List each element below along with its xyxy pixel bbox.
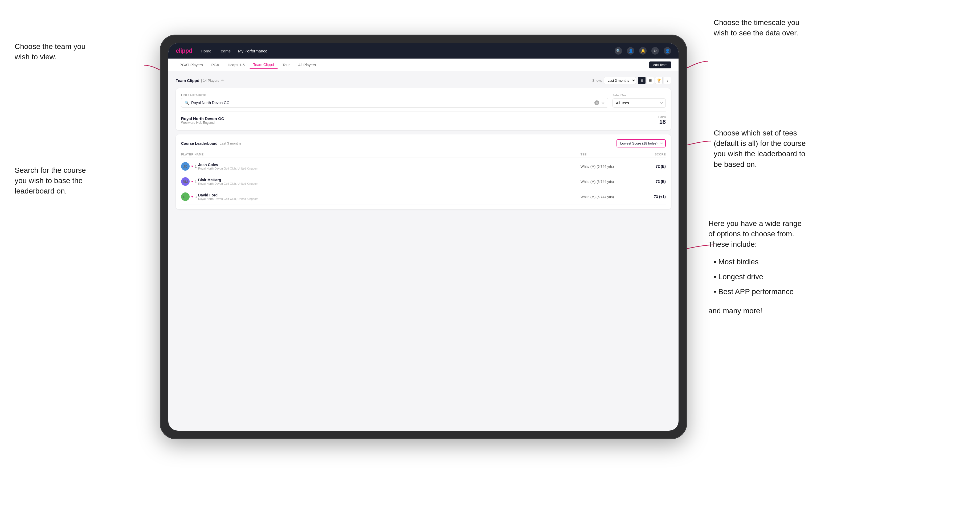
nav-home[interactable]: Home bbox=[201, 49, 212, 53]
holes-box: Holes 18 bbox=[658, 115, 666, 125]
sec-nav-pga[interactable]: PGA bbox=[207, 61, 223, 69]
heart-icon-3[interactable]: ♥ bbox=[191, 195, 193, 198]
annotation-top-right: Choose the timescale you wish to see the… bbox=[714, 17, 799, 38]
leaderboard-subtitle: Last 3 months bbox=[220, 141, 242, 145]
leaderboard-title: Course Leaderboard, bbox=[181, 141, 219, 146]
show-select[interactable]: Last 3 months bbox=[604, 77, 636, 84]
player-tee-1: White (M) (6,744 yds) bbox=[581, 165, 634, 168]
col-header-player: PLAYER NAME bbox=[181, 153, 581, 156]
sec-nav-pgat[interactable]: PGAT Players bbox=[176, 61, 206, 69]
bell-icon[interactable]: 🔔 bbox=[639, 47, 647, 55]
course-result-row: Royal North Devon GC Westward Ho!, Engla… bbox=[181, 111, 666, 125]
leaderboard-row-1: JC ♥ 1 Josh Coles Royal North Devon Golf… bbox=[181, 159, 666, 174]
settings-icon[interactable]: ⚙ bbox=[651, 47, 659, 55]
leaderboard-card: Course Leaderboard, Last 3 months Lowest… bbox=[176, 135, 671, 209]
player-score-3: 73 (+1) bbox=[634, 195, 666, 199]
course-name: Royal North Devon GC bbox=[181, 116, 658, 121]
clear-search-button[interactable]: ✕ bbox=[594, 100, 599, 105]
leaderboard-header-row: Course Leaderboard, Last 3 months Lowest… bbox=[181, 139, 666, 148]
heart-icon-1[interactable]: ♥ bbox=[191, 165, 193, 168]
team-player-count: | 14 Players bbox=[201, 78, 219, 83]
sec-nav-tour[interactable]: Tour bbox=[279, 61, 293, 69]
player-avatar-jc: JC bbox=[181, 162, 189, 171]
sec-nav-hcaps[interactable]: Hcaps 1-5 bbox=[224, 61, 248, 69]
leaderboard-row-3: DF ♥ 3 David Ford Royal North Devon Golf… bbox=[181, 189, 666, 205]
annotation-bottom-right: Here you have a wide range of options to… bbox=[708, 218, 802, 316]
player-avatar-bm: BM bbox=[181, 177, 189, 186]
app-logo: clippd bbox=[176, 48, 192, 54]
tee-select[interactable]: All Tees White Yellow Red bbox=[612, 98, 666, 108]
player-name-3: David Ford bbox=[198, 193, 581, 197]
rank-num-1: 1 bbox=[195, 165, 197, 168]
profile-icon[interactable]: 👤 bbox=[663, 47, 671, 55]
holes-value: 18 bbox=[658, 119, 666, 125]
leaderboard-table-header: PLAYER NAME TEE SCORE bbox=[181, 151, 666, 158]
course-search-input[interactable] bbox=[191, 101, 592, 105]
player-tee-3: White (M) (6,744 yds) bbox=[581, 195, 634, 199]
nav-links: Home Teams My Performance bbox=[201, 49, 615, 53]
trophy-view-button[interactable]: 🏆 bbox=[655, 77, 663, 84]
sec-nav-team-clippd[interactable]: Team Clippd bbox=[250, 61, 278, 69]
main-content: Team Clippd | 14 Players ✏ Show: Last 3 … bbox=[168, 71, 679, 431]
secondary-nav: PGAT Players PGA Hcaps 1-5 Team Clippd T… bbox=[168, 59, 679, 71]
annotation-middle-left: Search for the course you wish to base t… bbox=[14, 165, 86, 197]
player-club-3: Royal North Devon Golf Club, United King… bbox=[198, 197, 581, 200]
course-search-input-wrap: 🔍 ✕ ☆ bbox=[181, 98, 608, 108]
player-tee-2: White (M) (6,744 yds) bbox=[581, 179, 634, 184]
sec-nav-all-players[interactable]: All Players bbox=[294, 61, 320, 69]
course-search-card: Find a Golf Course 🔍 ✕ ☆ Select Tee bbox=[176, 88, 671, 130]
nav-teams[interactable]: Teams bbox=[219, 49, 231, 53]
player-avatar-df: DF bbox=[181, 192, 189, 201]
course-result-info: Royal North Devon GC Westward Ho!, Engla… bbox=[181, 116, 658, 125]
tablet-screen: clippd Home Teams My Performance 🔍 👤 🔔 ⚙… bbox=[168, 43, 679, 431]
player-name-2: Blair McHarg bbox=[198, 178, 581, 182]
team-header-row: Team Clippd | 14 Players ✏ Show: Last 3 … bbox=[176, 77, 671, 84]
course-location: Westward Ho!, England bbox=[181, 121, 658, 125]
view-icons: ⊞ ☰ 🏆 ↓ bbox=[638, 77, 671, 84]
player-club-2: Royal North Devon Golf Club, United King… bbox=[198, 182, 581, 185]
player-club-1: Royal North Devon Golf Club, United King… bbox=[198, 167, 581, 170]
nav-my-performance[interactable]: My Performance bbox=[238, 49, 267, 53]
edit-icon[interactable]: ✏ bbox=[221, 78, 224, 83]
score-type-select[interactable]: Lowest Score (18 holes) Most Birdies Lon… bbox=[616, 139, 666, 148]
player-info-3: David Ford Royal North Devon Golf Club, … bbox=[197, 193, 581, 200]
rank-num-2: 1 bbox=[195, 179, 197, 184]
annotation-top-left: Choose the team you wish to view. bbox=[14, 41, 86, 62]
rank-num-3: 3 bbox=[195, 195, 197, 199]
holes-label: Holes bbox=[658, 115, 666, 119]
app-container: clippd Home Teams My Performance 🔍 👤 🔔 ⚙… bbox=[168, 43, 679, 431]
find-course-label: Find a Golf Course bbox=[181, 93, 608, 96]
star-button[interactable]: ☆ bbox=[601, 101, 605, 105]
player-name-1: Josh Coles bbox=[198, 163, 581, 167]
nav-icons: 🔍 👤 🔔 ⚙ 👤 bbox=[615, 47, 671, 55]
rank-1: JC ♥ 1 bbox=[181, 162, 197, 171]
leaderboard-row-2: BM ♥ 1 Blair McHarg Royal North Devon Go… bbox=[181, 174, 666, 189]
rank-2: BM ♥ 1 bbox=[181, 177, 197, 186]
player-info-2: Blair McHarg Royal North Devon Golf Club… bbox=[197, 178, 581, 185]
download-button[interactable]: ↓ bbox=[663, 77, 671, 84]
select-tee-label: Select Tee bbox=[612, 94, 666, 97]
player-score-2: 72 (E) bbox=[634, 179, 666, 184]
search-icon[interactable]: 🔍 bbox=[615, 47, 622, 55]
show-row: Show: Last 3 months ⊞ ☰ 🏆 ↓ bbox=[592, 77, 671, 84]
annotation-middle-right: Choose which set of tees (default is all… bbox=[714, 128, 806, 170]
user-icon[interactable]: 👤 bbox=[627, 47, 634, 55]
team-title: Team Clippd bbox=[176, 78, 199, 83]
rank-3: DF ♥ 3 bbox=[181, 192, 197, 201]
col-header-score: SCORE bbox=[634, 153, 666, 156]
grid-view-button[interactable]: ⊞ bbox=[638, 77, 646, 84]
player-score-1: 72 (E) bbox=[634, 164, 666, 168]
add-team-button[interactable]: Add Team bbox=[649, 62, 671, 68]
show-label: Show: bbox=[592, 78, 602, 83]
tee-section: Select Tee All Tees White Yellow Red bbox=[612, 94, 666, 108]
heart-icon-2[interactable]: ♥ bbox=[191, 179, 193, 183]
tablet-device: clippd Home Teams My Performance 🔍 👤 🔔 ⚙… bbox=[160, 35, 687, 439]
list-view-button[interactable]: ☰ bbox=[647, 77, 654, 84]
player-info-1: Josh Coles Royal North Devon Golf Club, … bbox=[197, 163, 581, 170]
top-nav: clippd Home Teams My Performance 🔍 👤 🔔 ⚙… bbox=[168, 43, 679, 59]
search-magnifier-icon: 🔍 bbox=[185, 101, 189, 105]
col-header-tee: TEE bbox=[581, 153, 634, 156]
